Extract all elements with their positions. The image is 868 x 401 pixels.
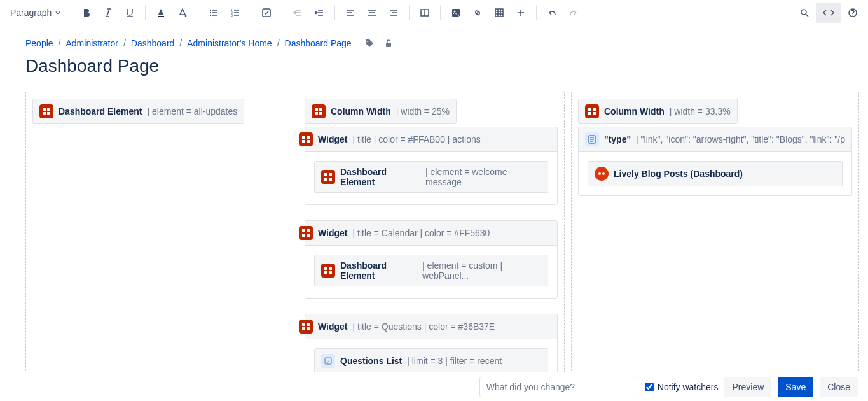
macro-title: Widget: [318, 228, 348, 238]
paragraph-style-select[interactable]: Paragraph: [5, 3, 65, 23]
text-color-button[interactable]: [151, 3, 171, 23]
save-button[interactable]: Save: [778, 377, 813, 397]
toolbar-separator: [409, 5, 410, 20]
svg-rect-27: [307, 140, 310, 143]
svg-point-14: [367, 41, 368, 42]
indent-button[interactable]: [309, 3, 329, 23]
svg-rect-30: [324, 178, 327, 181]
notify-watchers-checkbox[interactable]: [645, 383, 654, 391]
notify-watchers-label[interactable]: Notify watchers: [645, 382, 719, 392]
svg-rect-48: [588, 112, 591, 115]
svg-rect-37: [329, 267, 332, 270]
svg-rect-36: [324, 267, 327, 270]
macro-params: | width = 33.3%: [670, 106, 731, 116]
svg-rect-34: [302, 234, 305, 237]
page-icon: [585, 132, 599, 146]
preview-button[interactable]: Preview: [724, 377, 771, 397]
macro-widget-2[interactable]: Widget | title = Calendar | color = #FF5…: [305, 220, 558, 299]
layout-column-1[interactable]: Dashboard Element | element = all-update…: [25, 92, 291, 401]
change-comment-input[interactable]: [479, 377, 638, 397]
macro-params: | width = 25%: [396, 106, 450, 116]
breadcrumb-dashboard[interactable]: Dashboard: [131, 38, 175, 48]
align-center-button[interactable]: [362, 3, 382, 23]
toolbar-separator: [198, 5, 198, 20]
toolbar-separator: [71, 5, 71, 20]
macro-column-width[interactable]: Column Width | width = 33.3%: [578, 99, 738, 124]
notify-watchers-text: Notify watchers: [658, 382, 719, 392]
svg-rect-25: [307, 136, 310, 139]
table-button[interactable]: [489, 3, 509, 23]
task-list-button[interactable]: [256, 3, 277, 23]
macro-title: Dashboard Element: [340, 260, 417, 281]
redo-button[interactable]: [563, 3, 584, 23]
editor-footer: Notify watchers Preview Save Close: [0, 372, 868, 401]
svg-rect-39: [329, 271, 332, 274]
macro-lively-blog[interactable]: Lively Blog Posts (Dashboard): [588, 161, 843, 186]
layout-button[interactable]: [415, 3, 435, 23]
page-title[interactable]: Dashboard Page: [25, 56, 843, 76]
toolbar-separator: [145, 5, 146, 20]
macro-widget-1[interactable]: Widget | title | color = #FFAB00 | actio…: [305, 127, 558, 205]
svg-point-3: [210, 14, 211, 15]
macro-title: Lively Blog Posts (Dashboard): [614, 169, 743, 179]
breadcrumb-dashboard-page[interactable]: Dashboard Page: [285, 38, 352, 48]
macro-dashboard-element[interactable]: Dashboard Element | element = all-update…: [32, 99, 244, 124]
italic-button[interactable]: [98, 3, 118, 23]
numbered-list-button[interactable]: 123: [225, 3, 245, 23]
macro-icon: [299, 320, 313, 334]
macro-dashboard-element-inner[interactable]: Dashboard Element | element = welcome-me…: [314, 161, 548, 193]
editor-content: People / Administrator / Dashboard / Adm…: [0, 25, 868, 401]
labels-icon[interactable]: [364, 38, 375, 48]
svg-rect-24: [302, 136, 305, 139]
svg-point-2: [210, 11, 211, 13]
svg-rect-28: [324, 173, 327, 176]
macro-params: | "link", "icon": "arrows-right", "title…: [636, 134, 845, 144]
macro-dashboard-element-inner[interactable]: Dashboard Element | element = custom | w…: [314, 255, 548, 286]
macro-icon: [585, 104, 599, 118]
close-button[interactable]: Close: [820, 377, 858, 397]
svg-rect-46: [588, 108, 591, 111]
bullet-list-button[interactable]: [203, 3, 224, 23]
macro-column-width[interactable]: Column Width | width = 25%: [305, 99, 457, 124]
source-editor-button[interactable]: [816, 3, 841, 23]
breadcrumb: People / Administrator / Dashboard / Adm…: [25, 38, 843, 48]
outdent-button[interactable]: [287, 3, 308, 23]
macro-title: Column Width: [331, 106, 391, 116]
macro-questions-list[interactable]: ? Questions List | limit = 3 | filter = …: [314, 348, 548, 374]
align-left-button[interactable]: [340, 3, 361, 23]
paragraph-style-label: Paragraph: [10, 8, 52, 18]
svg-point-51: [598, 172, 601, 175]
svg-rect-19: [47, 112, 50, 115]
underline-button[interactable]: [120, 3, 140, 23]
svg-rect-23: [319, 112, 322, 115]
layout-column-2[interactable]: Column Width | width = 25% Widget | titl…: [298, 92, 565, 401]
breadcrumb-admin-home[interactable]: Administrator's Home: [187, 38, 272, 48]
macro-title: Questions List: [340, 356, 402, 366]
macro-params: | title = Questions | color = #36B37E: [353, 321, 495, 332]
svg-rect-40: [302, 323, 305, 326]
insert-more-button[interactable]: [511, 3, 531, 23]
svg-point-52: [602, 172, 605, 175]
svg-rect-17: [47, 108, 50, 111]
bold-button[interactable]: [76, 3, 97, 23]
align-right-button[interactable]: [383, 3, 404, 23]
svg-rect-18: [43, 112, 46, 115]
toolbar-separator: [282, 5, 282, 20]
find-button[interactable]: [794, 3, 815, 23]
breadcrumb-separator: /: [179, 38, 182, 48]
link-button[interactable]: [467, 3, 488, 23]
chevron-down-icon: [55, 10, 60, 15]
help-button[interactable]: [843, 3, 863, 23]
breadcrumb-people[interactable]: People: [25, 38, 53, 48]
image-button[interactable]: [446, 3, 466, 23]
svg-rect-35: [307, 234, 310, 237]
undo-button[interactable]: [542, 3, 562, 23]
layout-column-3[interactable]: Column Width | width = 33.3% "type" | "l…: [571, 92, 859, 401]
macro-type-block[interactable]: "type" | "link", "icon": "arrows-right",…: [578, 127, 852, 196]
macro-params: | element = custom | webPanel...: [422, 260, 541, 281]
clear-format-button[interactable]: [172, 3, 193, 23]
svg-rect-15: [386, 43, 391, 47]
breadcrumb-administrator[interactable]: Administrator: [65, 38, 118, 48]
restrictions-icon[interactable]: [383, 38, 394, 48]
editor-toolbar: Paragraph 123: [0, 0, 868, 25]
